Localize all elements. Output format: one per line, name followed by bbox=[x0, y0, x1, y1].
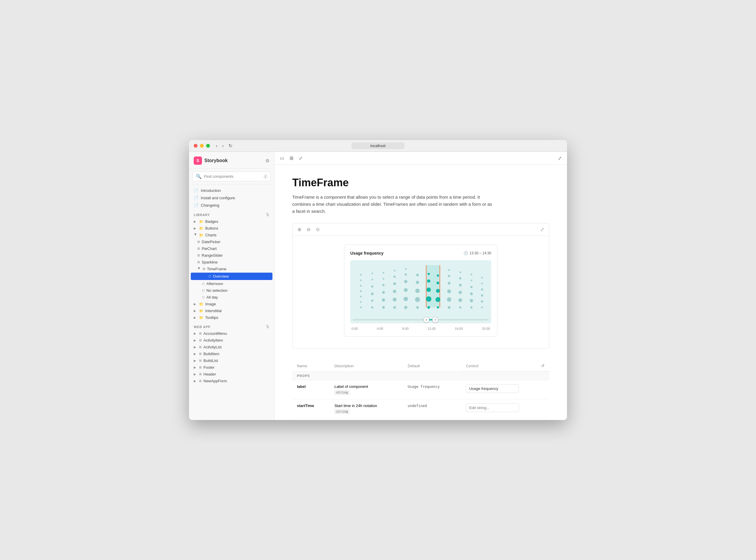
sidebar-item-activityitem[interactable]: ▶ ⊞ ActivityItem bbox=[189, 337, 274, 344]
dot bbox=[405, 268, 406, 270]
sidebar-story-no-selection[interactable]: ⊡ No selection bbox=[189, 287, 274, 294]
chart-area: ⏸ ⏸ bbox=[350, 260, 491, 323]
sidebar-item-buildlist[interactable]: ▶ ⊞ BuildList bbox=[189, 357, 274, 364]
sidebar-item-tooltips[interactable]: ▶ 📁 Tooltips bbox=[189, 314, 274, 321]
dot bbox=[382, 299, 385, 302]
sidebar-item-install[interactable]: 📄 Install and configure bbox=[189, 194, 274, 202]
sidebar-item-newappform[interactable]: ▶ ⊞ NewAppForm bbox=[189, 378, 274, 384]
zoom-reset-button[interactable]: ⊙ bbox=[314, 226, 321, 233]
folder-icon-4: 📁 bbox=[199, 302, 203, 306]
sidebar-item-charts[interactable]: ▶ 📁 Charts bbox=[189, 232, 274, 238]
timeframe-label: Usage frequency bbox=[350, 251, 384, 256]
active-dot bbox=[437, 281, 439, 284]
settings-button[interactable]: ⚙ bbox=[265, 158, 270, 164]
reload-button[interactable]: ↻ bbox=[227, 142, 234, 149]
dot bbox=[383, 278, 384, 280]
sidebar-item-header[interactable]: ▶ ⊞ Header bbox=[189, 371, 274, 378]
sidebar-item-image[interactable]: ▶ 📁 Image bbox=[189, 301, 274, 307]
x-label-4: 16:00 bbox=[455, 327, 463, 331]
preview-external-button[interactable]: ⤤ bbox=[539, 226, 545, 233]
reset-icon[interactable]: ↺ bbox=[541, 363, 544, 368]
sidebar-label-afternoon: Afternoon bbox=[206, 281, 223, 286]
chevron-right-icon: ▶ bbox=[194, 220, 197, 223]
dot bbox=[470, 293, 473, 295]
view-desktop-button[interactable]: ▭ bbox=[278, 154, 286, 162]
sidebar-label-overview: Overview bbox=[213, 274, 229, 279]
sidebar-item-datepicker[interactable]: ⊞ DatePicker bbox=[189, 238, 274, 245]
back-button[interactable]: ‹ bbox=[215, 142, 218, 149]
sidebar-item-interstitial[interactable]: ▶ 📁 Interstitial bbox=[189, 307, 274, 314]
component-icon: ⊞ bbox=[197, 240, 200, 244]
dot bbox=[372, 273, 373, 274]
sidebar-item-builditem[interactable]: ▶ ⊞ BuildItem bbox=[189, 351, 274, 357]
sidebar-nav: 📄 Introduction 📄 Install and configure 📄… bbox=[189, 184, 274, 420]
view-grid-button[interactable]: ⊞ bbox=[288, 154, 295, 162]
sidebar-label-introduction: Introduction bbox=[201, 188, 221, 193]
search-input[interactable] bbox=[204, 174, 261, 179]
col-name: Name bbox=[292, 360, 330, 372]
dot bbox=[458, 298, 462, 302]
sidebar-story-all-day[interactable]: ⊡ All day bbox=[189, 294, 274, 301]
sidebar-item-timeframe[interactable]: ▶ ⊞ TimeFrame bbox=[189, 265, 274, 272]
dot bbox=[371, 285, 373, 287]
active-dot bbox=[436, 289, 440, 293]
sidebar-label-badges: Badges bbox=[205, 219, 218, 224]
slider-handle-left[interactable]: ⏸ bbox=[423, 317, 429, 323]
forward-button[interactable]: › bbox=[221, 142, 225, 149]
dot bbox=[415, 297, 420, 302]
zoom-out-button[interactable]: ⊖ bbox=[305, 226, 312, 233]
pause-icon-right: ⏸ bbox=[434, 318, 437, 321]
active-dot bbox=[427, 279, 430, 283]
dot bbox=[470, 299, 473, 302]
chevron-right-icon-6: ▶ bbox=[194, 332, 197, 335]
chevron-down-icon-2: ▶ bbox=[198, 267, 201, 271]
prop-control-input-label[interactable] bbox=[466, 384, 519, 393]
props-section-row: PROPS bbox=[292, 372, 549, 380]
component-icon-10: ⊞ bbox=[199, 359, 202, 362]
slider-handle-right[interactable]: ⏸ bbox=[432, 317, 438, 323]
minimize-button[interactable] bbox=[200, 144, 204, 148]
search-icon: 🔍 bbox=[196, 174, 202, 179]
sidebar: S Storybook ⚙ 🔍 / 📄 Introduction bbox=[189, 152, 275, 420]
sidebar-item-piechart[interactable]: ⊞ PieChart bbox=[189, 245, 274, 252]
time-range-text: 13:30 – 14:30 bbox=[470, 251, 491, 255]
component-icon-13: ⊞ bbox=[199, 379, 202, 383]
maximize-button[interactable] bbox=[206, 144, 210, 148]
search-bar: 🔍 / bbox=[189, 168, 274, 184]
external-link-button[interactable]: ⤤ bbox=[556, 154, 563, 162]
sidebar-item-accountmenu[interactable]: ▶ ⊞ AccountMenu bbox=[189, 330, 274, 337]
dot bbox=[393, 306, 396, 308]
sidebar-label-interstitial: Interstitial bbox=[205, 308, 222, 313]
table-header-row: Name Description Default Control ↺ bbox=[292, 360, 549, 372]
active-dot bbox=[437, 274, 439, 277]
active-dot bbox=[437, 306, 439, 308]
sidebar-item-buttons[interactable]: ▶ 📁 Buttons bbox=[189, 225, 274, 232]
preview-card: ⊕ ⊖ ⊙ ⤤ Usage frequency bbox=[292, 223, 549, 349]
url-bar[interactable]: localhost bbox=[352, 142, 404, 149]
close-button[interactable] bbox=[194, 144, 198, 148]
chevron-right-icon-4: ▶ bbox=[194, 309, 197, 313]
sidebar-label-timeframe: TimeFrame bbox=[207, 267, 226, 271]
sidebar-item-footer[interactable]: ▶ ⊞ Footer bbox=[189, 364, 274, 371]
zoom-in-button[interactable]: ⊕ bbox=[296, 226, 303, 233]
sidebar-story-afternoon[interactable]: ⊡ Afternoon bbox=[189, 280, 274, 287]
sidebar-label-all-day: All day bbox=[206, 295, 218, 299]
logo-area: S Storybook bbox=[194, 157, 227, 165]
sidebar-story-overview[interactable]: ⊡ Overview bbox=[191, 273, 273, 280]
sidebar-label-datepicker: DatePicker bbox=[202, 240, 221, 244]
prop-control-input-starttime[interactable] bbox=[466, 403, 519, 412]
chevron-right-icon-13: ▶ bbox=[194, 379, 197, 383]
view-full-button[interactable]: ⤢ bbox=[297, 154, 304, 162]
component-icon-4: ⊞ bbox=[197, 260, 200, 264]
sidebar-item-sparkline[interactable]: ⊞ Sparkline bbox=[189, 259, 274, 265]
sidebar-item-rangeslider[interactable]: ⊞ RangeSlider bbox=[189, 252, 274, 259]
sidebar-item-introduction[interactable]: 📄 Introduction bbox=[189, 187, 274, 194]
sidebar-item-activitylist[interactable]: ▶ ⊞ ActivityList bbox=[189, 344, 274, 351]
prop-control-label bbox=[461, 380, 549, 399]
sidebar-item-changelog[interactable]: 📄 Changelog bbox=[189, 202, 274, 209]
dot bbox=[447, 297, 452, 302]
library-section-label: LIBRARY bbox=[194, 213, 210, 217]
sidebar-item-badges[interactable]: ▶ 📁 Badges bbox=[189, 218, 274, 225]
sidebar-label-install: Install and configure bbox=[201, 196, 235, 200]
dot bbox=[404, 306, 407, 309]
